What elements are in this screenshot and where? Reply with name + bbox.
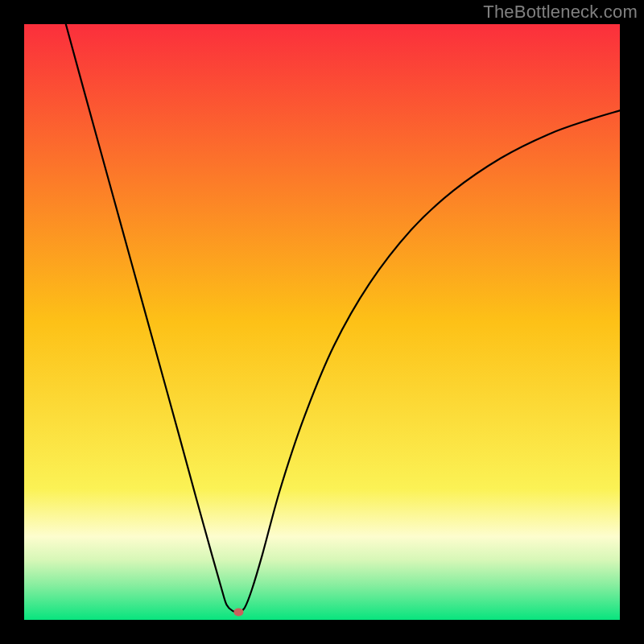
- chart-svg: [24, 24, 620, 620]
- plot-area: [24, 24, 620, 620]
- watermark-text: TheBottleneck.com: [483, 2, 638, 23]
- min-point-marker: [233, 608, 243, 616]
- gradient-background: [24, 24, 620, 620]
- chart-frame: TheBottleneck.com: [0, 0, 644, 644]
